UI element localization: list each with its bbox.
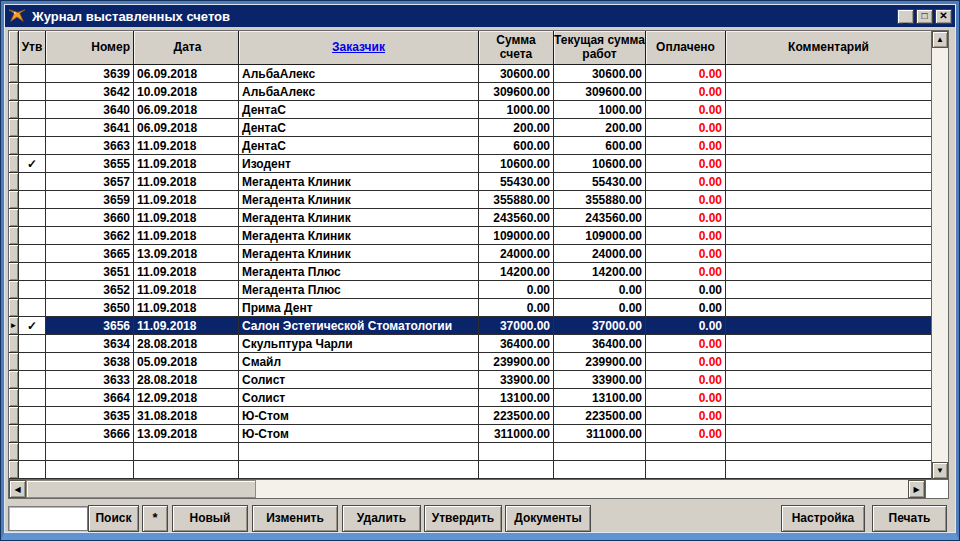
customer-cell[interactable]: Скульптура Чарли	[239, 335, 479, 352]
table-row[interactable]: 365911.09.2018Мегадента Клиник355880.003…	[9, 191, 931, 209]
title-bar[interactable]: Журнал выставленных счетов _ □ ✕	[5, 5, 955, 27]
current-amount-cell[interactable]: 10600.00	[554, 155, 646, 172]
row-indicator-cell[interactable]	[9, 65, 19, 82]
invoice-amount-cell[interactable]: 36400.00	[479, 335, 554, 352]
row-indicator-cell[interactable]	[9, 173, 19, 190]
row-indicator-cell[interactable]	[9, 407, 19, 424]
table-row[interactable]: 366613.09.2018Ю-Стом311000.00311000.000.…	[9, 425, 931, 443]
customer-cell[interactable]: Мегадента Клиник	[239, 173, 479, 190]
column-header-date[interactable]: Дата	[134, 31, 239, 64]
minimize-button[interactable]: _	[897, 9, 914, 24]
current-amount-cell[interactable]	[554, 443, 646, 460]
table-row[interactable]: 365711.09.2018Мегадента Клиник55430.0055…	[9, 173, 931, 191]
current-amount-cell[interactable]: 1000.00	[554, 101, 646, 118]
customer-cell[interactable]: Изодент	[239, 155, 479, 172]
row-indicator-cell[interactable]	[9, 371, 19, 388]
current-amount-cell[interactable]: 13100.00	[554, 389, 646, 406]
date-cell[interactable]: 06.09.2018	[134, 101, 239, 118]
date-cell[interactable]	[134, 443, 239, 460]
comment-cell[interactable]	[726, 389, 931, 406]
horizontal-scroll-thumb[interactable]	[26, 480, 256, 498]
row-indicator-cell[interactable]	[9, 281, 19, 298]
invoice-amount-cell[interactable]: 355880.00	[479, 191, 554, 208]
invoice-number-cell[interactable]: 3656	[46, 317, 134, 334]
paid-amount-cell[interactable]	[646, 443, 726, 460]
date-cell[interactable]: 11.09.2018	[134, 263, 239, 280]
invoice-number-cell[interactable]: 3666	[46, 425, 134, 442]
documents-button[interactable]: Документы	[505, 505, 591, 532]
invoice-amount-cell[interactable]: 14200.00	[479, 263, 554, 280]
customer-cell[interactable]: Смайл	[239, 353, 479, 370]
row-indicator-cell[interactable]	[9, 119, 19, 136]
row-indicator-cell[interactable]	[9, 443, 19, 460]
scroll-down-icon[interactable]: ▼	[932, 462, 948, 479]
comment-cell[interactable]	[726, 173, 931, 190]
approved-cell[interactable]	[19, 191, 46, 208]
current-amount-cell[interactable]: 311000.00	[554, 425, 646, 442]
customer-cell[interactable]: Солист	[239, 389, 479, 406]
approved-cell[interactable]	[19, 65, 46, 82]
invoice-amount-cell[interactable]: 30600.00	[479, 65, 554, 82]
invoice-number-cell[interactable]: 3642	[46, 83, 134, 100]
current-amount-cell[interactable]: 0.00	[554, 299, 646, 316]
date-cell[interactable]: 11.09.2018	[134, 299, 239, 316]
paid-amount-cell[interactable]: 0.00	[646, 389, 726, 406]
approved-cell[interactable]	[19, 389, 46, 406]
row-indicator-cell[interactable]	[9, 353, 19, 370]
vertical-scrollbar[interactable]: ▲ ▼	[931, 31, 948, 479]
table-row[interactable]: 366513.09.2018Мегадента Клиник24000.0024…	[9, 245, 931, 263]
invoice-amount-cell[interactable]: 0.00	[479, 299, 554, 316]
date-cell[interactable]: 06.09.2018	[134, 65, 239, 82]
current-amount-cell[interactable]: 0.00	[554, 281, 646, 298]
table-row[interactable]: 366011.09.2018Мегадента Клиник243560.002…	[9, 209, 931, 227]
table-row[interactable]: 363428.08.2018Скульптура Чарли36400.0036…	[9, 335, 931, 353]
table-row[interactable]: 364006.09.2018ДентаС1000.001000.000.00	[9, 101, 931, 119]
current-amount-cell[interactable]: 33900.00	[554, 371, 646, 388]
approved-cell[interactable]	[19, 173, 46, 190]
date-cell[interactable]: 28.08.2018	[134, 371, 239, 388]
table-row[interactable]: 364106.09.2018ДентаС200.00200.000.00	[9, 119, 931, 137]
invoice-number-cell[interactable]: 3662	[46, 227, 134, 244]
scroll-up-icon[interactable]: ▲	[932, 31, 948, 48]
invoice-number-cell[interactable]: 3633	[46, 371, 134, 388]
invoice-number-cell[interactable]: 3639	[46, 65, 134, 82]
customer-cell[interactable]: Прима Дент	[239, 299, 479, 316]
current-amount-cell[interactable]: 600.00	[554, 137, 646, 154]
paid-amount-cell[interactable]: 0.00	[646, 353, 726, 370]
invoice-amount-cell[interactable]: 0.00	[479, 281, 554, 298]
approved-cell[interactable]: ✓	[19, 155, 46, 172]
invoice-number-cell[interactable]	[46, 443, 134, 460]
row-indicator-cell[interactable]	[9, 389, 19, 406]
approved-cell[interactable]	[19, 407, 46, 424]
paid-amount-cell[interactable]: 0.00	[646, 173, 726, 190]
comment-cell[interactable]	[726, 101, 931, 118]
comment-cell[interactable]	[726, 227, 931, 244]
invoice-number-cell[interactable]: 3659	[46, 191, 134, 208]
approved-cell[interactable]	[19, 83, 46, 100]
column-header-comment[interactable]: Комментарий	[726, 31, 931, 64]
paid-amount-cell[interactable]: 0.00	[646, 281, 726, 298]
approved-cell[interactable]	[19, 443, 46, 460]
invoice-number-cell[interactable]: 3665	[46, 245, 134, 262]
customer-cell[interactable]: Ю-Стом	[239, 407, 479, 424]
invoice-number-cell[interactable]: 3634	[46, 335, 134, 352]
approved-cell[interactable]	[19, 209, 46, 226]
current-amount-cell[interactable]: 24000.00	[554, 245, 646, 262]
invoice-amount-cell[interactable]: 13100.00	[479, 389, 554, 406]
row-indicator-cell[interactable]	[9, 137, 19, 154]
invoice-number-cell[interactable]: 3663	[46, 137, 134, 154]
customer-cell[interactable]: Мегадента Плюс	[239, 263, 479, 280]
table-row[interactable]: 365111.09.2018Мегадента Плюс14200.001420…	[9, 263, 931, 281]
current-amount-cell[interactable]: 309600.00	[554, 83, 646, 100]
paid-amount-cell[interactable]: 0.00	[646, 191, 726, 208]
settings-button[interactable]: Настройка	[781, 505, 865, 532]
horizontal-scrollbar[interactable]: ◀ ▶	[9, 479, 948, 498]
customer-cell[interactable]	[239, 461, 479, 478]
comment-cell[interactable]	[726, 299, 931, 316]
invoice-amount-cell[interactable]: 24000.00	[479, 245, 554, 262]
comment-cell[interactable]	[726, 137, 931, 154]
customer-cell[interactable]: ДентаС	[239, 119, 479, 136]
table-row[interactable]	[9, 461, 931, 479]
invoice-amount-cell[interactable]: 1000.00	[479, 101, 554, 118]
row-indicator-cell[interactable]	[9, 227, 19, 244]
